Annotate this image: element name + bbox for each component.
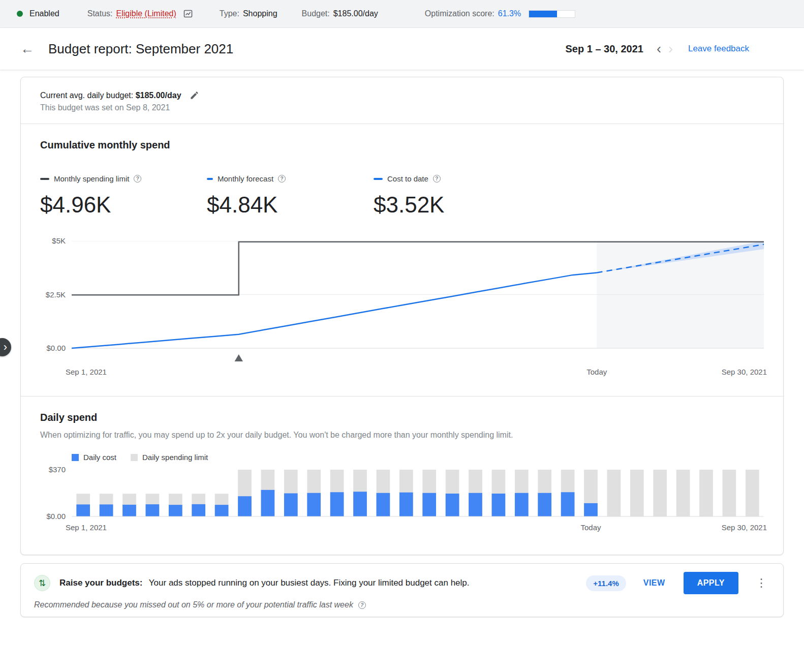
stat-label: Cost to date <box>387 174 428 183</box>
daily-cost-swatch-icon <box>72 454 79 461</box>
y-axis-tick: $370 <box>40 465 66 474</box>
stat-label: Monthly spending limit <box>54 174 129 183</box>
daily-section-subtitle: When optimizing for traffic, you may spe… <box>40 431 764 440</box>
daily-spend-section: Daily spend When optimizing for traffic,… <box>21 396 783 555</box>
enabled-label: Enabled <box>29 9 59 18</box>
daily-x-axis: Sep 1, 2021 Today Sep 30, 2021 <box>72 523 764 533</box>
stat-label: Monthly forecast <box>218 174 273 183</box>
current-budget-value: $185.00/day <box>136 91 181 100</box>
status-history-icon[interactable] <box>183 9 193 19</box>
x-axis-tick: Sep 30, 2021 <box>722 368 767 376</box>
optimization-score-label: Optimization score: <box>425 9 494 18</box>
help-icon[interactable]: ? <box>433 175 441 182</box>
legend-daily-spending-limit: Daily spending limit <box>131 453 208 462</box>
daily-chart-area: $370 $0.00 Sep 1, 2021 Today Sep 30, 202… <box>40 470 764 533</box>
x-axis-tick: Sep 1, 2021 <box>66 368 107 376</box>
recommendation-card: ⇅ Raise your budgets: Your ads stopped r… <box>20 563 784 617</box>
campaign-type: Type: Shopping <box>220 9 277 18</box>
help-icon[interactable]: ? <box>358 601 366 609</box>
x-axis-tick: Sep 30, 2021 <box>722 523 767 532</box>
chevron-right-icon: › <box>4 341 7 354</box>
cumulative-line-chart: Sep 1, 2021 Today Sep 30, 2021 <box>72 241 764 378</box>
daily-bar-chart: Sep 1, 2021 Today Sep 30, 2021 <box>72 470 764 533</box>
cumulative-x-axis: Sep 1, 2021 Today Sep 30, 2021 <box>72 368 764 378</box>
campaign-status: Status: Eligible (Limited) <box>87 9 193 19</box>
help-icon[interactable]: ? <box>134 175 141 182</box>
legend-daily-cost: Daily cost <box>72 453 116 462</box>
y-axis-tick: $5K <box>40 236 66 245</box>
y-axis-tick: $0.00 <box>40 344 66 352</box>
daily-section-title: Daily spend <box>40 412 764 423</box>
optimization-progress-bar <box>529 10 575 18</box>
forecast-swatch-icon <box>207 178 213 180</box>
campaign-info-bar: Enabled Status: Eligible (Limited) Type:… <box>0 0 804 28</box>
date-range[interactable]: Sep 1 – 30, 2021 <box>566 43 643 55</box>
y-axis-tick: $2.5K <box>40 290 66 299</box>
type-value: Shopping <box>243 9 277 18</box>
budget-label: Budget: <box>302 9 330 18</box>
legend-label: Daily spending limit <box>142 453 208 462</box>
stat-value: $3.52K <box>374 192 540 218</box>
status-value[interactable]: Eligible (Limited) <box>116 9 176 18</box>
recommendation-footnote: Recommended because you missed out on 5%… <box>34 600 353 609</box>
stat-cost-to-date: Cost to date ? $3.52K <box>374 174 540 218</box>
current-budget-section: Current avg. daily budget: $185.00/day T… <box>21 77 783 124</box>
main-content: Current avg. daily budget: $185.00/day T… <box>0 77 804 617</box>
page-title: Budget report: September 2021 <box>48 41 233 57</box>
campaign-enabled-control[interactable]: Enabled <box>17 9 59 18</box>
previous-month-chevron-icon[interactable]: ‹ <box>657 42 661 56</box>
optimization-progress-fill <box>529 11 557 17</box>
edit-budget-pencil-icon[interactable] <box>190 90 199 100</box>
view-button[interactable]: VIEW <box>640 573 668 593</box>
budget-report-card: Current avg. daily budget: $185.00/day T… <box>20 77 784 555</box>
y-axis-tick: $0.00 <box>40 512 66 521</box>
x-axis-tick-today: Today <box>586 368 607 376</box>
optimization-score[interactable]: Optimization score: 61.3% <box>425 9 575 18</box>
leave-feedback-link[interactable]: Leave feedback <box>688 44 749 54</box>
x-axis-tick: Sep 1, 2021 <box>66 523 107 532</box>
cumulative-section-title: Cumulative monthly spend <box>40 139 764 151</box>
budget-set-date-note: This budget was set on Sep 8, 2021 <box>40 103 764 112</box>
legend-label: Daily cost <box>83 453 116 462</box>
x-axis-tick-today: Today <box>580 523 601 532</box>
type-label: Type: <box>220 9 239 18</box>
budget-value: $185.00/day <box>333 9 378 18</box>
daily-chart-legend: Daily cost Daily spending limit <box>72 453 764 462</box>
enabled-dot-icon <box>17 11 23 17</box>
more-options-icon[interactable]: ⋮ <box>752 574 771 592</box>
stat-value: $4.84K <box>207 192 374 218</box>
uplift-badge[interactable]: +11.4% <box>586 575 626 591</box>
recommendation-text: Raise your budgets: Your ads stopped run… <box>59 578 470 588</box>
current-budget-label: Current avg. daily budget: <box>40 91 133 100</box>
cumulative-spend-section: Cumulative monthly spend Monthly spendin… <box>21 124 783 396</box>
next-month-chevron-icon[interactable]: › <box>668 42 673 56</box>
help-icon[interactable]: ? <box>278 175 286 182</box>
back-arrow-icon[interactable]: ← <box>20 42 34 56</box>
cost-to-date-swatch-icon <box>374 178 383 180</box>
spend-stats-row: Monthly spending limit ? $4.96K Monthly … <box>40 174 764 218</box>
stat-monthly-spending-limit: Monthly spending limit ? $4.96K <box>40 174 207 218</box>
recommendation-title: Raise your budgets: <box>59 578 142 588</box>
daily-limit-swatch-icon <box>131 454 138 461</box>
stat-monthly-forecast: Monthly forecast ? $4.84K <box>207 174 374 218</box>
raise-budgets-arrows-icon: ⇅ <box>34 575 50 591</box>
stat-value: $4.96K <box>40 192 207 218</box>
page-header: ← Budget report: September 2021 Sep 1 – … <box>0 28 804 70</box>
optimization-score-value: 61.3% <box>498 9 521 18</box>
cumulative-chart-area: $5K $2.5K $0.00 Sep 1, 2021 Today Sep 30… <box>40 241 764 378</box>
apply-button[interactable]: APPLY <box>684 572 738 594</box>
recommendation-description: Your ads stopped running on your busiest… <box>149 578 470 588</box>
campaign-budget[interactable]: Budget: $185.00/day <box>302 9 378 18</box>
status-label: Status: <box>87 9 113 18</box>
spending-limit-swatch-icon <box>40 178 49 180</box>
